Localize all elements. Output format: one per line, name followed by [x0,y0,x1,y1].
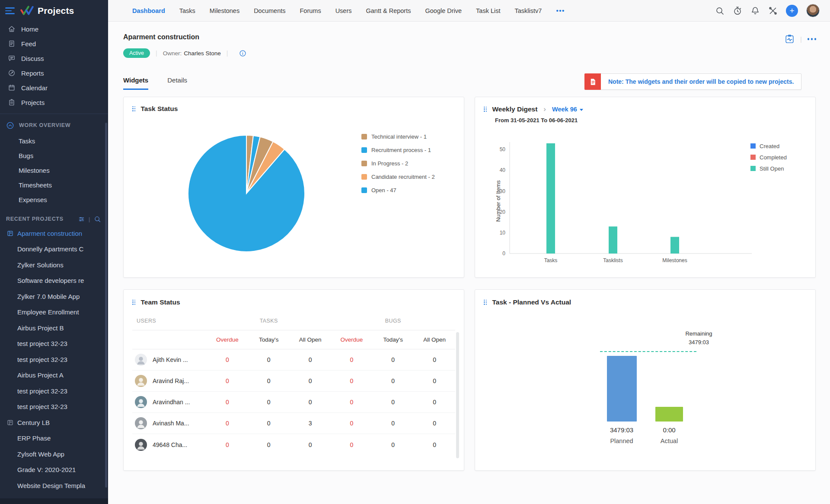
sidebar-project-grade-v-2020-2021[interactable]: Grade V: 2020-2021 [0,462,108,478]
search-icon[interactable] [715,6,725,16]
sidebar-item-feed[interactable]: Feed [0,36,108,51]
tools-icon[interactable] [768,6,778,16]
table-scrollbar[interactable] [456,332,459,458]
sidebar-footer-strip [0,498,108,504]
sidebar-project-test-project-32-23[interactable]: test project 32-23 [0,352,108,368]
sidebar-project-donnelly-apartments-c[interactable]: Donnelly Apartments C [0,241,108,257]
remaining-annotation: Remaining 3479:03 [672,330,726,347]
sidebar-item-discuss[interactable]: Discuss [0,51,108,66]
sidebar-project-website-design-templa[interactable]: Website Design Templa [0,478,108,494]
legend-item-open: Open - 47 [361,184,435,197]
sidebar-project-zylker-7-0-mobile-app[interactable]: Zylker 7.0 Mobile App [0,288,108,304]
sidebar-item-tasks[interactable]: Tasks [0,133,108,148]
x-category-label: Milestones [662,257,687,263]
value-cell: 0 [290,377,331,384]
week-label: Week 96 [552,106,577,113]
drag-handle-icon[interactable] [484,107,487,112]
sidebar-item-home[interactable]: Home [0,22,108,36]
legend-swatch [361,134,367,139]
nav-tab-dashboard[interactable]: Dashboard [132,7,165,14]
tab-details[interactable]: Details [167,76,187,90]
add-icon[interactable]: + [786,5,798,17]
user-name[interactable]: 49648 Cha... [153,441,187,448]
sidebar-item-calendar[interactable]: Calendar [0,80,108,95]
sidebar-item-reports[interactable]: Reports [0,66,108,80]
nav-tab-google-drive[interactable]: Google Drive [425,7,462,14]
tab-widgets[interactable]: Widgets [123,76,148,90]
filter-icon[interactable] [78,216,85,223]
table-row: Aravind Raj...000000 [132,371,455,392]
value-cell: 0 [207,377,248,384]
user-avatar [135,439,147,451]
hamburger-menu-icon[interactable] [5,7,15,14]
nav-tab-tasklistv7[interactable]: Tasklistv7 [515,7,542,14]
app-name: Projects [38,6,74,16]
value-cell: 0 [290,356,331,363]
nav-tab-milestones[interactable]: Milestones [210,7,239,14]
sidebar-item-label: Discuss [21,55,44,62]
sidebar-project-airbus-project-a[interactable]: Airbus Project A [0,368,108,384]
weekly-digest-bar-chart: 01020304050TasksTasklistsMilestones [488,140,795,270]
nav-tab-task-list[interactable]: Task List [476,7,500,14]
sidebar-project-test-project-32-23[interactable]: test project 32-23 [0,383,108,399]
view-tabs: Widgets Details [123,76,187,90]
drag-handle-icon[interactable] [484,300,487,305]
sidebar-item-milestones[interactable]: Milestones [0,163,108,178]
widget-planned-vs-actual: Task - Planned Vs Actual Remaining 3479:… [475,289,816,471]
legend-label: Technical interview - 1 [371,133,427,140]
sidebar-item-timesheets[interactable]: Timesheets [0,178,108,192]
sidebar-scrollbar[interactable] [105,123,107,488]
notifications-icon[interactable] [750,6,760,16]
project-label: Airbus Project A [17,371,64,379]
nav-tab-users[interactable]: Users [335,7,352,14]
sidebar-item-expenses[interactable]: Expenses [0,192,108,207]
legend-label: In Progress - 2 [371,160,408,167]
projects-icon [8,98,16,106]
sidebar-project-test-project-32-23[interactable]: test project 32-23 [0,336,108,352]
sidebar-project-airbus-project-b[interactable]: Airbus Project B [0,320,108,336]
timer-icon[interactable] [733,6,742,16]
sidebar-project-zylsoft-web-app[interactable]: Zylsoft Web App [0,446,108,462]
user-avatar [135,375,147,387]
nav-more-menu[interactable]: ••• [556,7,565,14]
y-tick-label: 40 [500,167,506,173]
info-icon[interactable] [239,50,246,57]
sidebar-project-erp-phase[interactable]: ERP Phase [0,431,108,447]
nav-tab-forums[interactable]: Forums [300,7,321,14]
recent-projects-label: RECENT PROJECTS [6,216,64,222]
sidebar-project-test-project-32-23[interactable]: test project 32-23 [0,399,108,415]
more-options-icon[interactable] [808,38,817,40]
column-header-overdue: Overdue [207,336,248,343]
table-row: Ajith Kevin ...000000 [132,349,455,371]
sidebar-item-bugs[interactable]: Bugs [0,148,108,163]
project-label: Employee Enrollment [17,308,79,316]
sidebar-section-work-overview[interactable]: WORK OVERVIEW [0,117,108,133]
weekly-digest-legend: CreatedCompletedStill Open [750,140,787,174]
week-range: From 31-05-2021 To 06-06-2021 [495,117,578,124]
user-name[interactable]: Aravindhan ... [153,399,190,406]
user-name[interactable]: Avinash Ma... [153,420,189,427]
drag-handle-icon[interactable] [132,300,136,305]
sidebar-project-employee-enrollment[interactable]: Employee Enrollment [0,304,108,320]
user-avatar [135,354,147,366]
sidebar-project-software-developers-re[interactable]: Software developers re [0,273,108,289]
user-avatar[interactable] [806,4,820,17]
nav-tab-documents[interactable]: Documents [254,7,285,14]
nav-tab-gantt-reports[interactable]: Gantt & Reports [366,7,411,14]
sidebar-project-zylker-solutions[interactable]: Zylker Solutions [0,257,108,273]
user-name[interactable]: Ajith Kevin ... [153,356,188,363]
project-search-icon[interactable] [94,216,101,223]
sidebar-item-projects[interactable]: Projects [0,95,108,110]
bar-still-open-milestones [670,237,679,254]
nav-tab-tasks[interactable]: Tasks [179,7,195,14]
sidebar-project-century-lb[interactable]: Century LB [0,415,108,431]
user-name[interactable]: Aravind Raj... [153,377,189,384]
week-selector[interactable]: Week 96 [552,106,583,113]
drag-handle-icon[interactable] [132,106,136,112]
legend-item-recruitment-process: Recruitment process - 1 [361,143,435,157]
sidebar-item-label: Calendar [21,84,48,92]
column-header-today-s: Today's [372,336,414,343]
export-report-icon[interactable] [785,34,795,44]
sidebar-project-aparment-construction[interactable]: Aparment construction [0,225,108,241]
legend-label: Candidate recruitment - 2 [371,174,435,180]
